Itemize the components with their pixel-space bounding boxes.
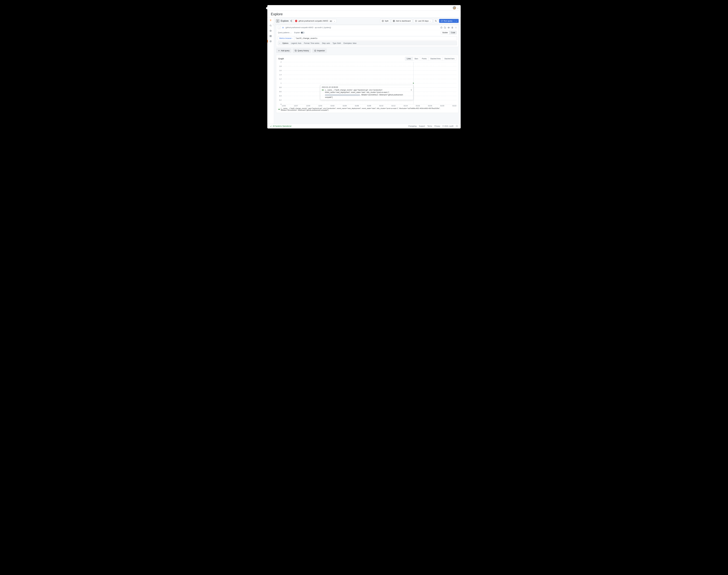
svg-point-0	[270, 25, 271, 26]
svg-rect-3	[270, 36, 270, 37]
svg-rect-2	[271, 35, 271, 36]
viz-bars[interactable]: Bars	[413, 57, 420, 61]
chart-legend[interactable]: {__name__="last9_change_events", app="ba…	[278, 107, 456, 111]
svg-point-16	[435, 20, 436, 22]
query-letter: A	[282, 27, 284, 29]
builder-tab[interactable]: Builder	[441, 31, 449, 34]
options-label[interactable]: Options	[282, 42, 288, 44]
footer-privacy[interactable]: Privacy	[435, 125, 440, 127]
option-legend: Legend: Auto	[291, 42, 301, 44]
svg-point-22	[456, 27, 456, 28]
tooltip-value: 1	[409, 89, 412, 91]
viz-lines[interactable]: Lines	[405, 57, 413, 61]
x-axis-labels: 12/2512/2712/2912/3101/0201/0401/0601/08…	[282, 104, 456, 107]
toolbar-title: Explore	[281, 20, 288, 22]
option-type: Type: Both	[333, 42, 341, 44]
x-tick-label: 12/31	[318, 105, 322, 107]
delete-query-icon[interactable]	[451, 27, 453, 29]
drag-handle-icon[interactable]	[455, 27, 457, 29]
last9-logo-icon: 9	[456, 125, 458, 127]
datasource-dot-icon	[295, 20, 297, 22]
y-tick-label: 0	[278, 103, 281, 105]
x-tick-label: 01/02	[331, 105, 335, 107]
svg-point-26	[315, 50, 315, 51]
chevron-down-icon: ⌄	[290, 32, 291, 34]
svg-rect-4	[271, 36, 271, 37]
svg-point-18	[448, 27, 449, 28]
query-patterns-dropdown[interactable]: Query patterns ⌄	[278, 32, 291, 34]
help-icon[interactable]	[440, 27, 443, 29]
inspector-button[interactable]: Inspector	[312, 48, 327, 53]
x-tick-label: 01/18	[428, 105, 432, 107]
x-tick-label: 12/27	[294, 105, 298, 107]
y-tick-label: 1.8	[278, 65, 281, 67]
x-tick-label: 01/08	[367, 105, 371, 107]
explore-page-icon	[276, 20, 279, 23]
run-query-button[interactable]: Run query ⌄	[439, 19, 459, 23]
series-color-swatch	[322, 90, 324, 90]
x-tick-label: 01/16	[416, 105, 420, 107]
legend-text: {__name__="last9_change_events", app="ba…	[281, 107, 456, 111]
viz-stacked-bars[interactable]: Stacked bars	[443, 57, 456, 61]
time-range-picker[interactable]: Last 30 days ⌄	[413, 19, 432, 23]
x-tick-label: 01/12	[391, 105, 395, 107]
datasource-picker[interactable]: github-prathamesh-sonpatki-AMXD - ap- ⌄	[294, 19, 337, 23]
chevron-right-icon[interactable]: ›	[279, 42, 280, 44]
user-menu[interactable]: ⌄	[453, 6, 459, 10]
chart-tooltip: 2024-01-15 18:00:00 {__name__="last9_cha…	[320, 85, 413, 100]
star-icon[interactable]	[269, 29, 272, 32]
query-history-button[interactable]: Query history	[293, 48, 311, 53]
sidebar-collapse-handle[interactable]: ›	[266, 7, 268, 9]
query-editor: ⌄ A (github-prathamesh-sonpatki-AMXD - a…	[276, 25, 459, 47]
footer-support[interactable]: Support	[419, 125, 425, 127]
svg-rect-1	[270, 35, 270, 36]
tooltip-series-label: {__name__="last9_change_events", app="ba…	[325, 89, 408, 99]
avatar	[453, 6, 456, 10]
viz-stacked-lines[interactable]: Stacked lines	[429, 57, 443, 61]
footer-changelog[interactable]: Changelog	[408, 125, 417, 127]
code-tab[interactable]: Code	[449, 31, 457, 34]
y-tick-label: 1.6	[278, 70, 281, 71]
search-icon[interactable]	[269, 24, 272, 27]
collapse-query-button[interactable]: ⌄	[278, 26, 281, 29]
y-tick-label: 0.8	[278, 87, 281, 88]
svg-rect-14	[394, 21, 394, 22]
panel-title: Graph	[278, 58, 284, 60]
svg-point-5	[270, 40, 271, 42]
svg-rect-13	[393, 21, 393, 22]
x-tick-label: 01/04	[343, 105, 347, 107]
chart-plot-area[interactable]: 2024-01-15 18:00:00 {__name__="last9_cha…	[282, 62, 456, 104]
svg-rect-11	[393, 20, 393, 21]
dashboards-icon[interactable]	[269, 34, 272, 38]
x-tick-label: 12/25	[282, 105, 286, 107]
add-to-dashboard-button[interactable]: Add to dashboard	[391, 19, 412, 23]
footer-copyright: © 2024, Last9	[443, 125, 453, 127]
chevron-down-icon: ⌄	[334, 20, 335, 22]
query-expression-input[interactable]	[294, 36, 457, 40]
share-icon[interactable]	[290, 20, 292, 22]
system-status[interactable]: All Systems Operational	[270, 125, 291, 127]
option-step: Step: auto	[322, 42, 330, 44]
grafana-logo-icon[interactable]	[269, 19, 272, 22]
y-tick-label: 0.2	[278, 99, 281, 101]
svg-point-6	[277, 20, 279, 22]
metrics-browser-button[interactable]: Metrics browser ›	[278, 36, 294, 40]
footer-terms[interactable]: Terms	[427, 125, 432, 127]
page-title: Explore	[271, 12, 283, 16]
toggle-visibility-icon[interactable]	[448, 27, 450, 29]
query-stats-icon[interactable]	[444, 27, 446, 29]
viz-points[interactable]: Points	[420, 57, 428, 61]
split-button[interactable]: Split	[380, 19, 390, 23]
explain-toggle[interactable]: Explain	[294, 32, 305, 34]
y-tick-label: 2	[278, 61, 281, 63]
option-exemplars: Exemplars: false	[344, 42, 356, 44]
chevron-right-icon: ›	[292, 37, 293, 39]
y-tick-label: 1	[278, 82, 281, 84]
explore-icon[interactable]	[269, 40, 272, 43]
x-tick-label: 01/20	[440, 105, 444, 107]
zoom-out-button[interactable]	[434, 19, 438, 23]
svg-rect-12	[394, 20, 394, 21]
add-query-button[interactable]: Add query	[276, 48, 291, 53]
rail-expand-handle[interactable]: ›	[273, 23, 275, 26]
svg-point-8	[290, 21, 291, 21]
